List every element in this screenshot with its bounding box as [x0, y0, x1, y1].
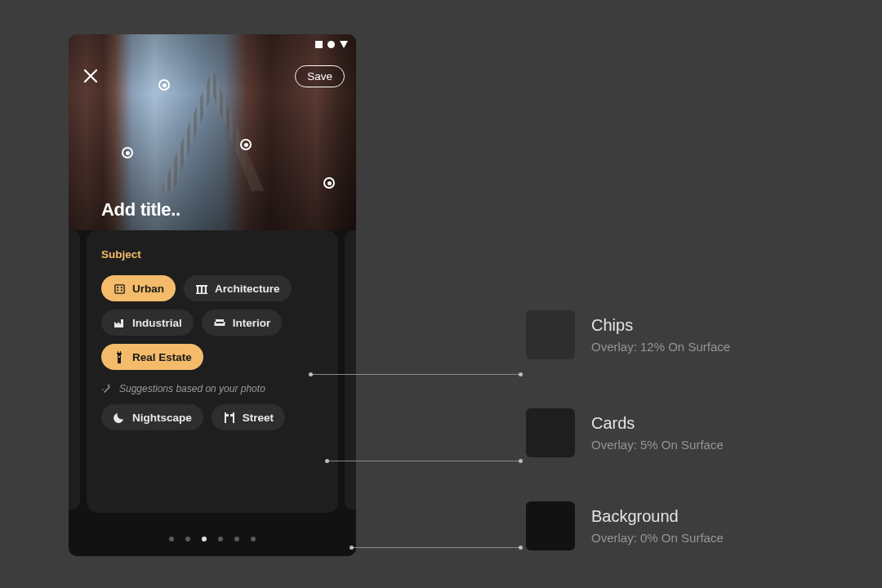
swatch-cards	[526, 408, 575, 457]
legend-cards: Cards Overlay: 5% On Surface	[526, 408, 724, 457]
legend-title: Chips	[591, 316, 730, 335]
svg-rect-5	[117, 289, 118, 291]
chip-real-estate[interactable]: Real Estate	[101, 344, 203, 370]
chip-label: Industrial	[132, 317, 182, 329]
subject-card: Subject Urban Architecture Industrial	[87, 230, 338, 513]
chip-nightscape[interactable]: Nightscape	[101, 404, 203, 430]
pager-dot[interactable]	[185, 537, 190, 541]
legend-subtitle: Overlay: 12% On Surface	[591, 340, 730, 354]
street-sign-icon	[223, 411, 236, 424]
chip-label: Real Estate	[132, 351, 192, 363]
suggestion-hint-text: Suggestions based on your photo	[119, 383, 265, 394]
chip-label: Nightscape	[132, 412, 192, 424]
page-indicator	[69, 537, 356, 541]
phone-mockup: Save Add title.. Subject Urban Architect…	[69, 34, 356, 556]
suggestion-hint: Suggestions based on your photo	[101, 383, 323, 394]
status-square-icon	[315, 41, 323, 48]
legend-background: Background Overlay: 0% On Surface	[526, 501, 724, 550]
legend-title: Cards	[591, 414, 724, 433]
hero-image: Save Add title..	[69, 34, 356, 230]
svg-rect-4	[120, 287, 122, 288]
pager-dot[interactable]	[169, 537, 174, 541]
svg-rect-10	[205, 287, 207, 293]
chip-group-suggestions: Nightscape Street	[101, 404, 323, 430]
svg-rect-6	[120, 289, 122, 291]
chip-label: Architecture	[215, 283, 280, 295]
chip-group-subject: Urban Architecture Industrial Interior	[101, 275, 323, 370]
svg-rect-2	[114, 284, 123, 292]
close-icon	[83, 69, 98, 83]
legend-title: Background	[591, 507, 724, 526]
card-peek-next[interactable]	[345, 230, 356, 510]
status-triangle-icon	[340, 41, 348, 48]
svg-rect-7	[196, 285, 207, 287]
svg-rect-9	[201, 287, 203, 293]
focus-point-icon[interactable]	[240, 139, 252, 150]
svg-rect-11	[196, 292, 207, 294]
svg-rect-13	[118, 356, 120, 358]
title-input[interactable]: Add title..	[101, 199, 180, 220]
svg-rect-3	[117, 287, 118, 288]
chip-label: Urban	[132, 283, 164, 295]
chip-street[interactable]: Street	[212, 404, 285, 430]
svg-rect-8	[197, 287, 198, 293]
chip-label: Interior	[233, 317, 271, 329]
magic-wand-icon	[101, 383, 113, 394]
swatch-chips	[526, 310, 575, 359]
building-icon	[113, 282, 126, 295]
svg-rect-17	[230, 414, 234, 416]
close-button[interactable]	[80, 65, 101, 87]
chip-urban[interactable]: Urban	[101, 275, 176, 301]
pager-dot[interactable]	[251, 537, 256, 541]
chip-interior[interactable]: Interior	[202, 310, 283, 336]
save-button[interactable]: Save	[295, 65, 345, 87]
sofa-icon	[213, 316, 226, 329]
svg-rect-15	[233, 412, 234, 423]
pager-dot[interactable]	[234, 537, 239, 541]
moon-icon	[113, 411, 126, 424]
svg-rect-14	[225, 412, 226, 423]
status-circle-icon	[327, 41, 335, 48]
swatch-background	[526, 501, 575, 550]
arch-icon	[195, 282, 208, 295]
svg-rect-12	[216, 323, 224, 326]
chip-architecture[interactable]: Architecture	[184, 275, 292, 301]
chip-label: Street	[243, 412, 274, 424]
focus-point-icon[interactable]	[323, 177, 335, 189]
section-label: Subject	[101, 248, 323, 261]
connector-line	[351, 547, 521, 548]
tower-icon	[113, 350, 126, 363]
legend-subtitle: Overlay: 0% On Surface	[591, 531, 724, 545]
pager-dot[interactable]	[202, 537, 207, 541]
svg-rect-16	[225, 414, 229, 416]
focus-point-icon[interactable]	[158, 79, 170, 91]
status-bar	[315, 41, 348, 48]
card-peek-prev[interactable]	[69, 230, 80, 510]
focus-point-icon[interactable]	[122, 147, 133, 158]
pager-dot[interactable]	[218, 537, 223, 541]
chip-industrial[interactable]: Industrial	[101, 310, 194, 336]
legend-subtitle: Overlay: 5% On Surface	[591, 438, 724, 452]
connector-line	[310, 374, 521, 375]
connector-line	[327, 461, 521, 461]
legend-chips: Chips Overlay: 12% On Surface	[526, 310, 730, 359]
factory-icon	[113, 316, 126, 329]
